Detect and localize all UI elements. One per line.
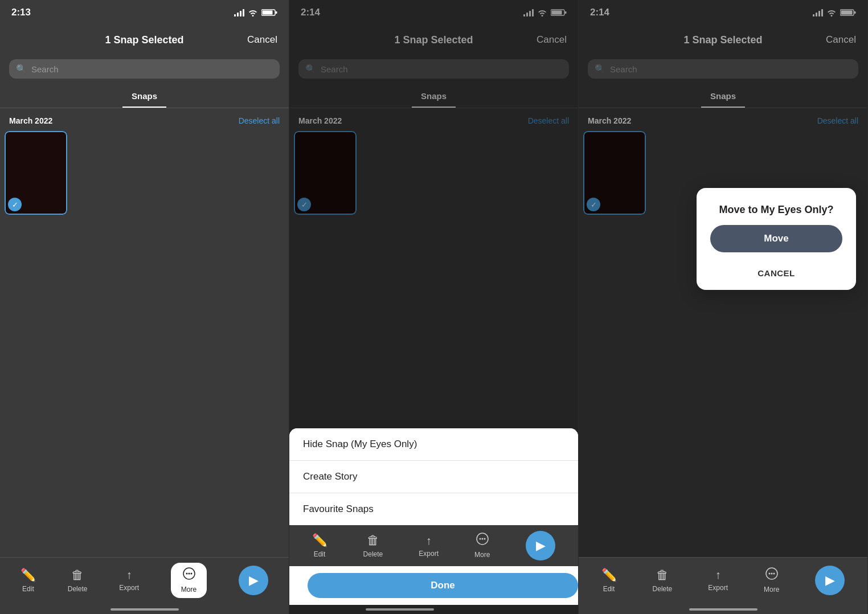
status-bar-1: 2:13 [0,0,289,25]
svg-point-12 [481,538,483,540]
cancel-button-1[interactable]: Cancel [247,34,277,45]
snaps-grid-1: ✓ [0,129,289,217]
confirm-title: Move to My Eyes Only? [719,204,833,216]
more-icon-2 [476,533,489,548]
header-right-1[interactable]: Cancel [243,34,277,46]
action-sheet-overlay[interactable]: Hide Snap (My Eyes Only) Create Story Fa… [289,0,578,614]
edit-label-2: Edit [314,550,326,558]
delete-label-3: Delete [653,585,673,593]
favourite-snaps-item[interactable]: Favourite Snaps [289,493,578,525]
phone-panel-3: 2:14 1 Snap Selected Cancel 🔍 [579,0,868,614]
delete-label-2: Delete [363,550,383,558]
home-indicator-1 [110,608,179,611]
edit-icon-3: ✏️ [601,568,617,583]
wifi-icon-1 [248,9,258,17]
svg-point-5 [188,572,190,574]
more-label-1: More [181,586,196,593]
confirm-move-button[interactable]: Move [710,225,842,252]
edit-label-1: Edit [22,585,34,593]
header-title-1: 1 Snap Selected [46,34,243,46]
delete-icon-2: 🗑 [367,533,379,548]
search-icon-1: 🔍 [16,64,27,74]
send-button-2[interactable]: ▶ [526,531,555,560]
search-placeholder-1: Search [31,64,59,74]
create-story-item[interactable]: Create Story [289,461,578,493]
svg-point-20 [773,572,775,574]
section-date-1: March 2022 [9,116,52,125]
done-label: Done [431,580,455,591]
edit-label-3: Edit [603,585,615,593]
hide-snap-item[interactable]: Hide Snap (My Eyes Only) [289,428,578,461]
status-time-1: 2:13 [11,7,31,18]
svg-point-4 [186,572,187,574]
delete-button-2[interactable]: 🗑 Delete [363,533,383,558]
action-sheet-bottom-bar: ✏️ Edit 🗑 Delete ↑ Export [289,525,578,560]
delete-button-3[interactable]: 🗑 Delete [653,568,673,593]
done-button[interactable]: Done [308,573,578,598]
export-icon-2: ↑ [426,534,432,547]
export-button-1[interactable]: ↑ Export [119,568,139,592]
deselect-all-1[interactable]: Deselect all [239,116,280,125]
confirm-cancel-label: CANCEL [758,268,795,278]
home-indicator-2 [366,608,434,611]
status-icons-1 [234,9,277,17]
edit-button-1[interactable]: ✏️ Edit [21,568,36,593]
action-sheet: Hide Snap (My Eyes Only) Create Story Fa… [289,428,578,525]
edit-button-3[interactable]: ✏️ Edit [601,568,617,593]
send-icon-3: ▶ [825,573,835,588]
done-bar: Done [289,566,578,605]
phone-panel-2: 2:14 1 Snap Selected Cancel 🔍 [289,0,579,614]
export-label-1: Export [119,584,139,592]
delete-icon-1: 🗑 [71,568,84,583]
delete-icon-3: 🗑 [656,568,669,583]
export-icon-3: ↑ [715,568,721,582]
edit-button-2[interactable]: ✏️ Edit [312,533,327,558]
confirm-cancel-button[interactable]: CANCEL [710,261,842,285]
confirm-dialog: Move to My Eyes Only? Move CANCEL [697,188,856,290]
header-1: 1 Snap Selected Cancel [0,25,289,55]
search-bar-1[interactable]: 🔍 Search [9,59,280,79]
more-button-1[interactable]: More [171,563,207,598]
export-icon-1: ↑ [126,568,132,582]
battery-icon-1 [261,9,277,17]
send-icon-1: ▶ [249,573,259,588]
svg-point-6 [190,572,192,574]
bottom-bar-3: ✏️ Edit 🗑 Delete ↑ Export More ▶ [579,557,867,614]
more-label-2: More [474,551,490,559]
export-label-2: Export [419,550,439,558]
svg-rect-2 [276,11,277,14]
check-badge-1: ✓ [8,198,22,211]
send-button-1[interactable]: ▶ [239,566,268,595]
more-icon-3 [765,567,778,583]
edit-icon-1: ✏️ [21,568,36,583]
phone-panel-1: 2:13 1 Snap Selected Cancel 🔍 [0,0,289,614]
more-icon-1 [183,567,195,583]
svg-point-19 [771,572,772,574]
home-indicator-3 [689,608,758,611]
bottom-bar-1: ✏️ Edit 🗑 Delete ↑ Export More ▶ [0,557,289,614]
send-button-3[interactable]: ▶ [815,566,845,595]
tab-snaps-1[interactable]: Snaps [122,88,166,108]
svg-rect-1 [263,11,273,15]
delete-label-1: Delete [68,585,88,593]
svg-point-11 [479,538,481,540]
snap-thumb-1[interactable]: ✓ [5,131,67,215]
confirm-move-label: Move [764,233,788,244]
edit-icon-2: ✏️ [312,533,327,548]
export-button-2[interactable]: ↑ Export [419,534,439,558]
delete-button-1[interactable]: 🗑 Delete [68,568,88,593]
confirm-dialog-overlay: Move to My Eyes Only? Move CANCEL [579,0,867,614]
tabs-1: Snaps [0,83,289,108]
spacer-2 [289,560,578,566]
svg-point-13 [484,538,485,540]
export-button-3[interactable]: ↑ Export [708,568,728,592]
section-header-1: March 2022 Deselect all [0,108,289,129]
more-button-2[interactable]: More [474,533,490,559]
send-icon-2: ▶ [536,538,546,553]
more-button-3[interactable]: More [764,567,779,593]
more-label-3: More [764,586,779,593]
signal-icon-1 [234,9,244,17]
svg-point-18 [768,572,770,574]
export-label-3: Export [708,584,728,592]
